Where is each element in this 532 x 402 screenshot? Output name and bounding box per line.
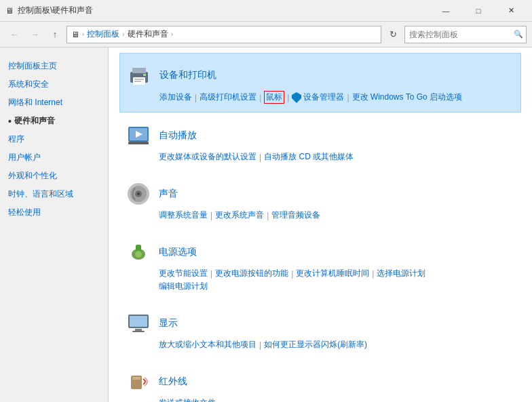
title-bar-left: 🖥 控制面板\硬件和声音	[5, 5, 93, 16]
window-title: 控制面板\硬件和声音	[18, 5, 93, 16]
sidebar-item-ease-access-label: 轻松使用	[8, 207, 41, 218]
sidebar-section: 控制面板主页 系统和安全 网络和 Internet • 硬件和声音 程序 用户帐…	[0, 57, 108, 222]
edit-power-plan-link[interactable]: 编辑电源计划	[159, 281, 208, 292]
sidebar-item-clock-label: 时钟、语言和区域	[8, 188, 73, 200]
advanced-printer-settings-link[interactable]: 高级打印机设置	[200, 92, 256, 103]
up-button[interactable]: ↑	[46, 26, 64, 43]
refresh-button[interactable]: ↻	[384, 26, 402, 43]
svg-rect-5	[143, 74, 146, 76]
change-power-saving-link[interactable]: 更改节能设置	[159, 268, 208, 279]
change-sleep-time-link[interactable]: 更改计算机睡眠时间	[296, 268, 369, 279]
maximize-button[interactable]: □	[463, 0, 494, 22]
search-box: 🔍	[404, 26, 527, 43]
autoplay-links: 更改媒体或设备的默认设置 | 自动播放 CD 或其他媒体	[159, 151, 516, 163]
category-title-row-devices: 设备和打印机	[126, 62, 515, 89]
breadcrumb-sep1: ›	[82, 31, 84, 38]
breadcrumb-control-panel[interactable]: 控制面板	[87, 28, 119, 40]
address-bar: ← → ↑ 🖥 › 控制面板 › 硬件和声音 › ↻ 🔍	[0, 22, 532, 47]
sidebar-item-user-accounts-label: 用户帐户	[8, 152, 41, 163]
forward-button[interactable]: →	[26, 26, 43, 43]
svg-rect-22	[132, 377, 140, 380]
devices-printers-title[interactable]: 设备和打印机	[159, 69, 216, 81]
display-title[interactable]: 显示	[159, 317, 178, 329]
breadcrumb-sep2: ›	[122, 31, 124, 38]
category-sound: 声音 调整系统音量 | 更改系统声音 | 管理音频设备	[119, 172, 521, 229]
infrared-links: 发送或接收文件	[159, 397, 516, 402]
power-icon	[125, 239, 152, 266]
infrared-icon	[125, 368, 152, 395]
category-infrared: 红外线 发送或接收文件	[119, 360, 521, 402]
main-layout: 控制面板主页 系统和安全 网络和 Internet • 硬件和声音 程序 用户帐…	[0, 47, 532, 402]
sidebar-item-programs[interactable]: 程序	[0, 130, 108, 148]
sidebar-item-clock[interactable]: 时钟、语言和区域	[0, 185, 108, 203]
breadcrumb-hardware[interactable]: 硬件和声音	[128, 28, 168, 40]
minimize-button[interactable]: —	[430, 0, 461, 22]
sound-links: 调整系统音量 | 更改系统声音 | 管理音频设备	[159, 209, 516, 221]
breadcrumb-sep3: ›	[171, 31, 173, 38]
power-title[interactable]: 电源选项	[159, 246, 197, 258]
svg-rect-9	[128, 142, 149, 144]
adjust-volume-link[interactable]: 调整系统音量	[159, 209, 208, 221]
device-manager-link[interactable]: 设备管理器	[292, 92, 344, 103]
sidebar-item-user-accounts[interactable]: 用户帐户	[0, 148, 108, 167]
category-title-row-infrared: 红外线	[125, 368, 516, 395]
power-links2: 编辑电源计划	[159, 281, 516, 292]
fix-display-flicker-link[interactable]: 如何更正显示器闪烁(刷新率)	[264, 339, 367, 350]
search-input[interactable]	[409, 30, 511, 39]
autoplay-cd-link[interactable]: 自动播放 CD 或其他媒体	[264, 151, 354, 163]
svg-rect-1	[132, 68, 146, 73]
sidebar-item-home[interactable]: 控制面板主页	[0, 57, 108, 75]
sidebar-item-ease-access[interactable]: 轻松使用	[0, 203, 108, 222]
windows-to-go-link[interactable]: 更改 Windows To Go 启动选项	[352, 92, 462, 103]
title-bar-controls: — □ ✕	[430, 0, 527, 22]
sidebar-item-home-label: 控制面板主页	[8, 60, 57, 72]
shield-icon	[292, 92, 301, 103]
display-icon	[125, 310, 152, 337]
choose-power-plan-link[interactable]: 选择电源计划	[377, 268, 425, 279]
category-autoplay: 自动播放 更改媒体或设备的默认设置 | 自动播放 CD 或其他媒体	[119, 114, 521, 171]
category-title-row-display: 显示	[125, 310, 516, 337]
autoplay-icon	[125, 122, 152, 149]
manage-audio-link[interactable]: 管理音频设备	[271, 209, 320, 221]
devices-printers-links: 添加设备 | 高级打印机设置 | 鼠标 | 设备管理器 | 更改 Windows…	[159, 91, 515, 104]
sound-icon	[125, 180, 152, 207]
window-icon: 🖥	[5, 6, 14, 16]
svg-rect-3	[134, 79, 144, 80]
back-button[interactable]: ←	[5, 26, 23, 43]
svg-rect-19	[135, 329, 142, 331]
sound-title[interactable]: 声音	[159, 188, 178, 200]
category-devices-printers: 设备和打印机 添加设备 | 高级打印机设置 | 鼠标 | 设备管理器 | 更改 …	[119, 53, 521, 113]
category-power: 电源选项 更改节能设置 | 更改电源按钮的功能 | 更改计算机睡眠时间 | 选择…	[119, 230, 521, 300]
content-area: 设备和打印机 添加设备 | 高级打印机设置 | 鼠标 | 设备管理器 | 更改 …	[109, 47, 532, 402]
sidebar-item-appearance-label: 外观和个性化	[8, 170, 57, 182]
sidebar-item-hardware-label: 硬件和声音	[14, 115, 55, 127]
title-bar: 🖥 控制面板\硬件和声音 — □ ✕	[0, 0, 532, 22]
zoom-text-link[interactable]: 放大或缩小文本和其他项目	[159, 339, 256, 350]
change-default-media-link[interactable]: 更改媒体或设备的默认设置	[159, 151, 256, 163]
change-power-button-link[interactable]: 更改电源按钮的功能	[215, 268, 288, 279]
devices-printer-icon	[126, 62, 153, 89]
sidebar-item-network[interactable]: 网络和 Internet	[0, 94, 108, 112]
send-receive-files-link[interactable]: 发送或接收文件	[159, 397, 216, 402]
sidebar-item-programs-label: 程序	[8, 134, 24, 145]
mouse-link[interactable]: 鼠标	[264, 91, 284, 104]
address-icon: 🖥	[71, 30, 79, 39]
svg-rect-20	[132, 331, 145, 332]
category-title-row-sound: 声音	[125, 180, 516, 207]
close-button[interactable]: ✕	[495, 0, 527, 22]
autoplay-title[interactable]: 自动播放	[159, 129, 197, 142]
svg-rect-4	[134, 81, 141, 82]
svg-point-13	[137, 193, 140, 195]
sidebar-item-hardware[interactable]: • 硬件和声音	[0, 112, 108, 130]
active-bullet: •	[8, 116, 12, 127]
svg-point-16	[135, 251, 142, 258]
infrared-title[interactable]: 红外线	[159, 376, 187, 388]
sidebar-item-network-label: 网络和 Internet	[8, 97, 62, 108]
sidebar-item-appearance[interactable]: 外观和个性化	[0, 167, 108, 185]
sidebar: 控制面板主页 系统和安全 网络和 Internet • 硬件和声音 程序 用户帐…	[0, 47, 109, 402]
category-display: 显示 放大或缩小文本和其他项目 | 如何更正显示器闪烁(刷新率)	[119, 302, 521, 359]
change-system-sound-link[interactable]: 更改系统声音	[215, 209, 264, 221]
sidebar-item-system-security[interactable]: 系统和安全	[0, 75, 108, 94]
address-box[interactable]: 🖥 › 控制面板 › 硬件和声音 ›	[66, 26, 381, 43]
add-device-link[interactable]: 添加设备	[159, 92, 192, 103]
